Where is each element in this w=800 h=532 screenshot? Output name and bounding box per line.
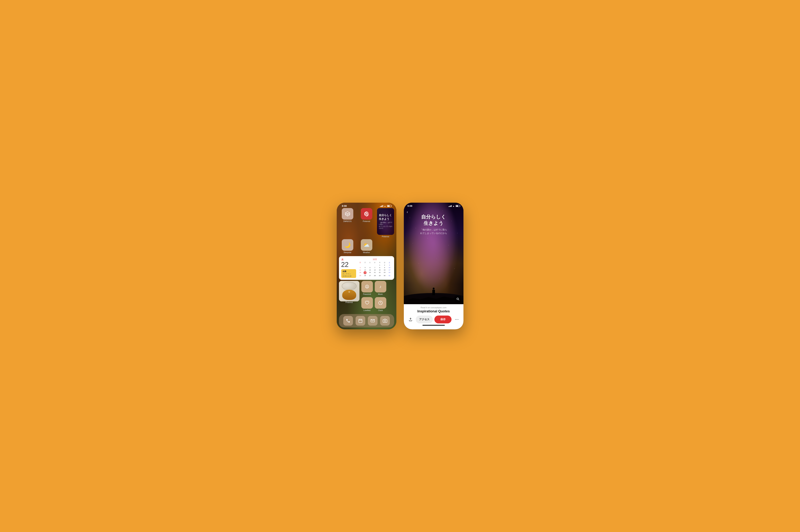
- app-label-pinterest-1: Pinterest: [363, 220, 370, 223]
- cal-date: 22: [341, 261, 356, 268]
- wifi-icon-p2: ▲: [453, 205, 455, 207]
- pinterest-quote-widget[interactable]: 自分らしく 生きよう 「他の誰か」はすでに取ら れてしまっているのだから Pin…: [377, 208, 394, 238]
- battery-icon: [387, 205, 391, 207]
- image-quote-overlay: 自分らしく 生きよう 「他の誰か」はすでに取ら れてしまっているのだから: [404, 214, 463, 235]
- widget-quote-main: 自分らしく 生きよう: [379, 213, 392, 221]
- app-icon-weather[interactable]: ⛅: [361, 239, 372, 251]
- status-bar-phone2: 8:08 ▲: [404, 203, 463, 208]
- svg-line-1: [345, 213, 348, 214]
- battery-icon-p2: [455, 205, 460, 207]
- app-weather[interactable]: ⛅ Weather: [358, 239, 375, 253]
- svg-point-17: [457, 299, 458, 299]
- svg-line-8: [380, 303, 381, 303]
- app-pinterest-1[interactable]: Pinterest: [358, 208, 375, 223]
- dock-phone[interactable]: [343, 316, 353, 326]
- app-lovefest[interactable]: Lovefest: [361, 297, 373, 311]
- bottom-apps-grid: ☮ Peacenrd ♪ Music: [361, 281, 386, 311]
- app-label-clock: Clock: [378, 309, 383, 311]
- app-label-lovefest: Lovefest: [364, 309, 371, 311]
- calendar-widget[interactable]: 木 22 会議 オンライン 10:00-11:30 10月 日月火水木金土123…: [339, 256, 394, 280]
- cal-event-location: オンライン: [342, 273, 355, 275]
- more-button[interactable]: [453, 316, 461, 323]
- signal-icon: [380, 205, 383, 207]
- app-icon-music[interactable]: ♪: [375, 281, 386, 292]
- svg-line-5: [348, 214, 350, 215]
- widget-label: Pinterest: [377, 236, 394, 238]
- dock: [339, 314, 394, 327]
- action-bar: アクセス 保存: [407, 316, 461, 323]
- cal-event-time: 10:00-11:30: [342, 275, 355, 277]
- access-button[interactable]: アクセス: [416, 316, 433, 323]
- status-icons-phone2: ▲: [449, 205, 460, 207]
- time-phone2: 8:08: [408, 205, 412, 207]
- share-button[interactable]: [407, 316, 414, 323]
- app-icon-lovefest[interactable]: [361, 297, 373, 309]
- svg-point-20: [458, 319, 458, 320]
- phone2: 8:08 ▲ ‹: [404, 203, 463, 329]
- app-dmndos[interactable]: DMNDOS: [339, 208, 356, 223]
- app-icon-sleepstar[interactable]: 🌙: [342, 239, 353, 251]
- phone2-bottom-panel: Read it on conceptspec.com Inspirational…: [404, 304, 463, 329]
- time-phone1: 8:08: [342, 205, 347, 207]
- svg-line-16: [459, 300, 459, 300]
- app-icon-clock[interactable]: [375, 297, 386, 309]
- app-label-music: Music: [378, 293, 383, 295]
- widget-quote-sub: 「他の誰か」はすでに取ら れてしまっているのだから: [379, 222, 392, 229]
- quote-title: Inspirational Quotes: [407, 309, 461, 313]
- search-lens-button[interactable]: [454, 296, 461, 302]
- app-peacenrd[interactable]: ☮ Peacenrd: [361, 281, 373, 295]
- svg-point-15: [457, 298, 459, 300]
- quote-main-p2: 自分らしく 生きよう: [408, 214, 460, 227]
- app-label-weather: Weather: [363, 251, 370, 253]
- status-icons-phone1: ▲: [380, 205, 391, 207]
- cal-month-title: 10月: [373, 258, 377, 261]
- app-icon-peacenrd[interactable]: ☮: [361, 281, 373, 292]
- app-row-1: DMNDOS Pinterest: [339, 208, 394, 238]
- phone1: 8:08 ▲: [337, 203, 396, 329]
- save-button[interactable]: 保存: [434, 316, 451, 323]
- calendar-left: 木 22 会議 オンライン 10:00-11:30: [341, 258, 356, 278]
- app-icon-dmndos[interactable]: [342, 208, 353, 220]
- bottom-app-section: ✿ Pinterest ☮ Peacenrd: [339, 281, 394, 311]
- dock-calendar[interactable]: [356, 316, 365, 326]
- app-music[interactable]: ♪ Music: [375, 281, 386, 295]
- signal-icon-p2: [449, 205, 452, 207]
- svg-point-14: [384, 320, 386, 322]
- cal-event-title: 会議: [342, 270, 355, 273]
- svg-line-2: [348, 213, 350, 214]
- app-label-sleepstar: Sleepstar: [343, 251, 351, 253]
- wifi-icon: ▲: [384, 205, 386, 207]
- app-row-2: 🌙 Sleepstar ⛅ Weather: [339, 239, 394, 253]
- cal-grid: 日月火水木金土123456789101112131415161718192021…: [358, 261, 392, 277]
- back-button[interactable]: ‹: [407, 210, 408, 214]
- app-clock[interactable]: Clock: [375, 297, 386, 311]
- calendar-right: 10月 日月火水木金土12345678910111213141516171819…: [358, 258, 392, 278]
- app-label-dmndos: DMNDOS: [343, 220, 351, 223]
- status-bar-phone1: 8:08 ▲: [339, 203, 394, 208]
- svg-point-19: [457, 319, 457, 320]
- app-icon-pinterest-1[interactable]: [361, 208, 372, 220]
- dock-camera[interactable]: [380, 316, 390, 326]
- galaxy-image: 自分らしく 生きよう 「他の誰か」はすでに取ら れてしまっているのだから: [404, 203, 463, 304]
- home-indicator-p2: [423, 325, 445, 326]
- svg-point-18: [455, 319, 455, 320]
- svg-rect-9: [359, 319, 362, 323]
- app-label-pinterest-bottom: Pinterest: [346, 301, 353, 303]
- cal-event[interactable]: 会議 オンライン 10:00-11:30: [341, 269, 356, 278]
- source-text: Read it on conceptspec.com: [407, 306, 461, 309]
- phones-container: 8:08 ▲: [329, 191, 471, 341]
- pinterest-photo-widget[interactable]: ✿ Pinterest: [339, 281, 359, 311]
- svg-line-4: [345, 214, 348, 215]
- quote-sub-p2: 「他の誰か」はすでに取ら れてしまっているのだから: [408, 228, 460, 235]
- app-sleepstar[interactable]: 🌙 Sleepstar: [339, 239, 356, 253]
- app-label-peacenrd: Peacenrd: [363, 293, 371, 295]
- dock-mail[interactable]: [368, 316, 377, 326]
